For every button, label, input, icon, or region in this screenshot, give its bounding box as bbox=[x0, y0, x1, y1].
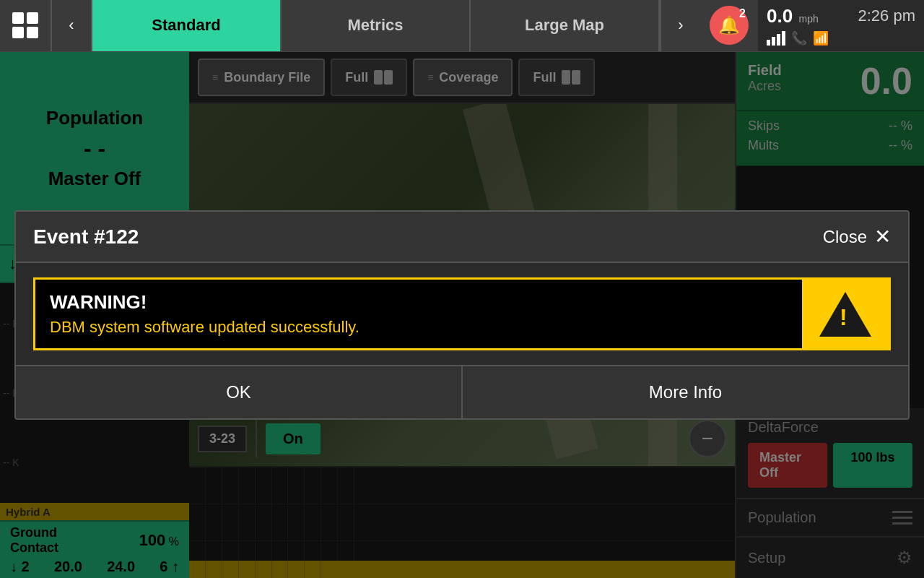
exclamation-icon: ! bbox=[840, 304, 847, 331]
warning-text-area: WARNING! DBM system software updated suc… bbox=[35, 280, 802, 348]
modal-footer: OK More Info bbox=[16, 365, 908, 418]
warning-triangle-icon: ! bbox=[819, 292, 871, 337]
warning-title: WARNING! bbox=[50, 291, 788, 314]
warning-icon-area: ! bbox=[802, 280, 889, 348]
modal-overlay: Event #122 Close ✕ WARNING! DBM system s… bbox=[0, 52, 924, 578]
warning-box: WARNING! DBM system software updated suc… bbox=[33, 277, 891, 350]
bell-icon: 🔔 bbox=[718, 15, 740, 35]
top-nav: ‹ Standard Metrics Large Map › 🔔 2 0.0 m… bbox=[0, 0, 924, 52]
modal-header: Event #122 Close ✕ bbox=[16, 212, 908, 263]
modal-title: Event #122 bbox=[33, 225, 139, 249]
warning-triangle-container: ! bbox=[819, 292, 871, 337]
nav-back-button[interactable]: ‹ bbox=[52, 0, 92, 51]
modal-close-label: Close bbox=[823, 227, 867, 247]
bell-badge: 🔔 2 bbox=[710, 6, 749, 45]
tab-large-map[interactable]: Large Map bbox=[471, 0, 660, 51]
notification-bell[interactable]: 🔔 2 bbox=[700, 0, 758, 51]
clock: 2:26 pm bbox=[858, 7, 916, 25]
status-area: 0.0 mph 2:26 pm 📞 📶 bbox=[758, 0, 924, 51]
signal-bars-icon bbox=[767, 31, 785, 46]
bell-count: 2 bbox=[739, 7, 746, 20]
more-info-button[interactable]: More Info bbox=[463, 366, 908, 418]
warning-message: DBM system software updated successfully… bbox=[50, 318, 788, 337]
speed-value: 0.0 bbox=[767, 5, 793, 27]
phone-icon: 📞 bbox=[791, 30, 807, 46]
modal-body: WARNING! DBM system software updated suc… bbox=[16, 263, 908, 365]
tab-standard[interactable]: Standard bbox=[92, 0, 282, 51]
grid-menu-button[interactable] bbox=[0, 0, 52, 51]
modal-dialog: Event #122 Close ✕ WARNING! DBM system s… bbox=[14, 210, 910, 420]
tab-metrics[interactable]: Metrics bbox=[282, 0, 471, 51]
modal-close-button[interactable]: Close ✕ bbox=[823, 225, 891, 249]
main-content: Population - - Master Off ↓ -- -- ↑ -- K… bbox=[0, 52, 924, 578]
close-x-icon: ✕ bbox=[874, 225, 891, 249]
grid-icon bbox=[12, 12, 38, 38]
speed-unit: mph bbox=[799, 13, 819, 25]
wifi-icon: 📶 bbox=[813, 30, 829, 46]
ok-button[interactable]: OK bbox=[16, 366, 463, 418]
nav-forward-button[interactable]: › bbox=[660, 0, 700, 51]
